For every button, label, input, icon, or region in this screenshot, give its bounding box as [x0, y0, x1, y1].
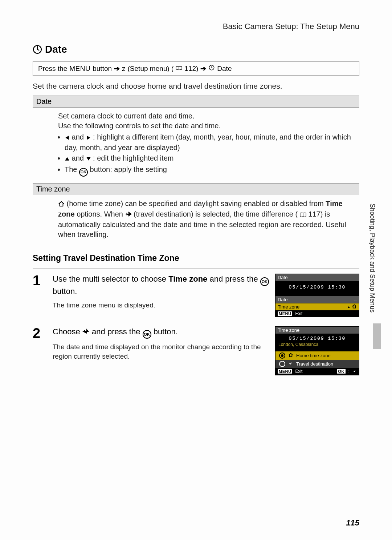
colon: : [348, 369, 350, 374]
svg-point-3 [211, 66, 212, 67]
dash-icon: -- [354, 297, 357, 302]
ok-icon: OK [260, 277, 269, 286]
ok-tag: OK [337, 369, 346, 374]
down-triangle-icon [86, 154, 91, 164]
lcd-screenshot-1: Date 05/15/2009 15:30 Date -- Time zone … [275, 274, 359, 317]
right-triangle-icon: ▸ [348, 304, 350, 310]
lcd-footer: MENU Exit OK : [275, 368, 359, 375]
home-icon [352, 304, 357, 310]
bullet-text: : edit the highlighted item [93, 154, 173, 162]
airplane-icon [125, 210, 132, 220]
step-number: 1 [33, 274, 53, 287]
lcd-opt-label: Travel destination [296, 361, 333, 367]
manual-page: Basic Camera Setup: The Setup Menu Date … [0, 0, 392, 540]
home-icon [58, 200, 65, 209]
clock-icon [33, 45, 42, 54]
page-title-row: Date [33, 44, 359, 55]
intro-text: Set the camera clock and choose home and… [33, 81, 359, 91]
nav-ref: 112) [184, 65, 198, 73]
clock-icon [208, 64, 215, 73]
step-note: The time zone menu is displayed. [53, 301, 269, 310]
lcd-row-label: Time zone [278, 304, 348, 310]
step-text: button. [154, 327, 178, 336]
svg-point-1 [37, 46, 38, 47]
side-section-label: Shooting, Playback and Setup Menus [368, 203, 376, 313]
menu-tag: MENU [278, 311, 292, 316]
navigation-path: Press the MENU button ➔ z (Setup menu) (… [33, 61, 359, 76]
step-text: Use the multi selector to choose [53, 274, 168, 283]
arrow-icon: ➔ [200, 64, 206, 73]
lcd-datetime: 05/15/2009 15:30 [275, 334, 359, 341]
arrow-icon: ➔ [114, 64, 120, 73]
text-and: and [72, 154, 86, 162]
lcd-footer: MENU Exit [275, 310, 359, 317]
airplane-icon [288, 361, 293, 367]
ok-icon: OK [143, 330, 151, 339]
lcd-row-timezone: Time zone ▸ [275, 303, 359, 310]
tz-text: (home time zone) can be specified and da… [67, 200, 326, 207]
lcd-datetime: 05/15/2009 15:30 [275, 281, 359, 294]
right-triangle-icon [86, 133, 91, 143]
table-head-date: Date [33, 96, 359, 108]
lcd-title: Date [275, 274, 359, 281]
page-number: 115 [346, 518, 359, 528]
divider [33, 321, 359, 321]
menu-button-label: MENU [69, 65, 90, 73]
home-icon [288, 353, 293, 358]
page-title: Date [45, 44, 67, 55]
airplane-icon [82, 327, 90, 338]
list-item: and : edit the highlighted item [65, 153, 356, 164]
nav-date: Date [217, 65, 232, 73]
left-triangle-icon [65, 133, 70, 143]
table-body-date: Set camera clock to current date and tim… [33, 108, 359, 183]
lcd-row-date: Date -- [275, 296, 359, 303]
divider [33, 268, 359, 269]
side-tab-marker [373, 323, 381, 349]
section-heading: Setting Travel Destination Time Zone [33, 253, 359, 263]
menu-tag: MENU [278, 369, 292, 374]
book-icon [176, 65, 182, 73]
step-text: and press the [209, 274, 260, 283]
radio-off-icon [279, 361, 285, 367]
ok-icon: OK [79, 168, 88, 177]
lcd-exit: Exit [295, 311, 302, 316]
lcd-screenshot-2: Time zone 05/15/2009 15:30 London, Casab… [275, 326, 359, 375]
step-note: The date and time displayed on the monit… [53, 342, 269, 361]
step-number: 2 [33, 326, 53, 340]
step-text: button. [53, 287, 77, 296]
step-instruction: Choose and press the OK button. [53, 326, 269, 339]
date-desc-2: Use the following controls to set the da… [58, 121, 356, 131]
nav-setup: (Setup menu) ( [128, 65, 174, 73]
lcd-option-home: Home time zone [275, 351, 359, 360]
step-bold: Time zone [168, 274, 207, 283]
nav-press: Press the [38, 65, 67, 73]
nav-z: z [122, 65, 126, 73]
lcd-option-travel: Travel destination [275, 360, 359, 368]
table-body-timezone: (home time zone) can be specified and da… [33, 195, 359, 245]
list-item: and : highlight a different item (day, m… [65, 132, 356, 153]
up-triangle-icon [65, 154, 70, 164]
lcd-exit: Exit [295, 369, 302, 374]
step-2: 2 Choose and press the OK button. The da… [33, 326, 359, 375]
lcd-opt-label: Home time zone [296, 353, 331, 358]
radio-on-icon [279, 352, 285, 359]
step-1: 1 Use the multi selector to choose Time … [33, 274, 359, 317]
tz-text: (travel destination) is selected, the ti… [134, 210, 298, 218]
lcd-title: Time zone [275, 327, 359, 334]
table-head-timezone: Time zone [33, 183, 359, 195]
lcd-location: London, Casablanca [275, 341, 359, 348]
list-item: The OK button: apply the setting [65, 165, 356, 176]
nav-button-word: button [93, 65, 112, 73]
book-icon [300, 210, 306, 220]
bullet-text: : highlight a different item (day, month… [65, 133, 351, 152]
bullet-post: button: apply the setting [90, 165, 167, 173]
lcd-row-label: Date [278, 297, 354, 302]
breadcrumb: Basic Camera Setup: The Setup Menu [33, 22, 359, 31]
step-text: and press the [92, 327, 142, 336]
airplane-icon [352, 369, 357, 374]
tz-text: options. When [77, 210, 125, 218]
bullet-pre: The [65, 165, 79, 173]
step-instruction: Use the multi selector to choose Time zo… [53, 274, 269, 297]
date-desc-1: Set camera clock to current date and tim… [58, 111, 356, 121]
step-text: Choose [53, 327, 82, 336]
